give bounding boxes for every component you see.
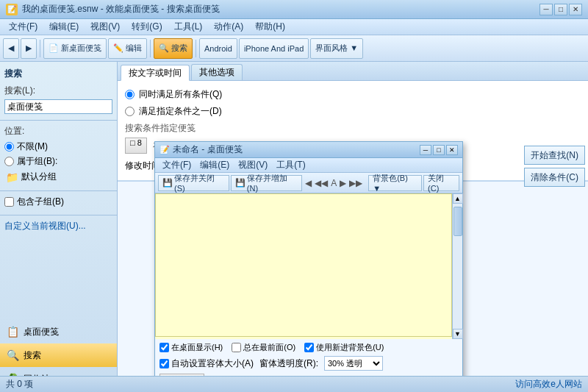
radio-any-condition: 满足指定条件之一(D) xyxy=(125,105,581,118)
toolbar-search[interactable]: 🔍 搜索 xyxy=(154,38,193,59)
menu-action[interactable]: 动作(A) xyxy=(208,19,249,35)
toolbar-back[interactable]: ◀ xyxy=(3,38,19,59)
search-section: 搜索 搜索(L): xyxy=(0,62,117,121)
note-scrollbar: ▲ ▼ xyxy=(452,193,462,339)
criteria-title: 搜索条件指定便笺 xyxy=(125,122,581,135)
toolbar-iphone-ipad[interactable]: iPhone And iPad xyxy=(239,38,309,59)
toolbar-sep-1 xyxy=(40,40,40,57)
nav-notes[interactable]: 📋 桌面便笺 xyxy=(0,320,117,343)
check-auto-size: 自动设置容体大小(A) xyxy=(159,357,254,370)
menu-view[interactable]: 视图(V) xyxy=(85,19,126,35)
opacity-label: 窗体透明度(R): xyxy=(259,357,318,370)
toolbar-android[interactable]: Android xyxy=(199,38,237,59)
modal-nav-next[interactable]: ▶ xyxy=(340,178,346,188)
radio-no-limit: 不限(M) xyxy=(4,140,112,153)
include-children-checkbox[interactable] xyxy=(4,197,14,207)
toolbar-forward[interactable]: ▶ xyxy=(21,38,37,59)
modal-controls: ─ □ ✕ xyxy=(420,145,458,155)
search-icon: 🔍 xyxy=(159,43,169,53)
start-search-button[interactable]: 开始查找(N) xyxy=(524,146,585,165)
status-bar: 共 0 项 访问高效e人网站 xyxy=(0,376,588,392)
modal-maximize-button[interactable]: □ xyxy=(433,145,445,155)
modal-minimize-button[interactable]: ─ xyxy=(420,145,431,155)
status-count: 共 0 项 xyxy=(6,378,33,391)
menu-edit[interactable]: 编辑(E) xyxy=(43,19,85,35)
save-add-icon: 💾 xyxy=(235,178,245,188)
modal-menu-file[interactable]: 文件(F) xyxy=(158,157,196,173)
status-link[interactable]: 访问高效e人网站 xyxy=(515,378,582,391)
modal-toolbar: 💾 保存并关闭(S) 💾 保存并增加(N) ◀ ◀◀ A ▶ ▶▶ xyxy=(155,173,462,193)
tab-other-options[interactable]: 其他选项 xyxy=(191,64,243,80)
maximize-button[interactable]: □ xyxy=(554,4,567,15)
window-title: 我的桌面便笺.esnw - 效能桌面便笺 - 搜索桌面便笺 xyxy=(22,3,539,15)
toolbar-edit[interactable]: ✏️ 编辑 xyxy=(108,38,147,59)
radio-group-input[interactable] xyxy=(4,157,14,166)
check-always-top: 总在最前面(O) xyxy=(232,342,295,353)
modal-checkrow-1: 在桌面显示(H) 总在最前面(O) 使用新进背景色(U) xyxy=(159,342,458,353)
menu-tools[interactable]: 工具(L) xyxy=(168,19,209,35)
modal-menu-tools[interactable]: 工具(T) xyxy=(272,157,309,173)
new-note-icon: 📄 xyxy=(49,43,59,53)
nav-section: 📋 桌面便笺 🔍 搜索 ♻️ 回收站 ▼ xyxy=(0,237,117,391)
toolbar-new-note[interactable]: 📄 新桌面便笺 xyxy=(43,38,107,59)
folder-icon: 📁 xyxy=(6,171,18,183)
menu-file[interactable]: 文件(F) xyxy=(3,19,43,35)
tab-bar: 按文字或时间 其他选项 xyxy=(118,62,588,81)
modal-menu-edit[interactable]: 编辑(E) xyxy=(196,157,234,173)
modal-note-area[interactable] xyxy=(155,193,452,339)
toolbar: ◀ ▶ 📄 新桌面便笺 ✏️ 编辑 🔍 搜索 Android iPhone An… xyxy=(0,35,588,62)
scroll-down-arrow[interactable]: ▼ xyxy=(453,329,463,339)
radio-all-input[interactable] xyxy=(125,90,135,99)
radio-no-limit-input[interactable] xyxy=(4,142,14,152)
radio-any-label: 满足指定条件之一(D) xyxy=(139,105,222,118)
menu-goto[interactable]: 转到(G) xyxy=(126,19,168,35)
tab-by-text-time[interactable]: 按文字或时间 xyxy=(121,65,190,81)
window-controls: ─ □ ✕ xyxy=(539,4,582,15)
custom-view-link[interactable]: 自定义当前视图(U)... xyxy=(0,215,117,237)
search-note-btn[interactable]: □ 8 xyxy=(125,138,147,154)
radio-all-conditions: 同时满足所有条件(Q) xyxy=(125,88,581,101)
close-button[interactable]: ✕ xyxy=(569,4,582,15)
always-top-checkbox[interactable] xyxy=(232,343,241,352)
search-input-wrap xyxy=(4,99,112,114)
modal-save-add-btn[interactable]: 💾 保存并增加(N) xyxy=(231,175,302,191)
radio-any-input[interactable] xyxy=(125,107,135,116)
save-close-icon: 💾 xyxy=(162,178,173,188)
note-textarea[interactable] xyxy=(155,193,452,337)
modal-nav-prev[interactable]: ◀ xyxy=(305,178,312,188)
menu-help[interactable]: 帮助(H) xyxy=(249,19,291,35)
modal-bg-btn[interactable]: 背景色(B) ▼ xyxy=(368,175,422,191)
folder-item: 📁 默认分组 xyxy=(4,170,112,184)
modal-dialog: 📝 未命名 - 桌面便笺 ─ □ ✕ 文件(F) 编辑(E) 视图(V) 工具(… xyxy=(154,141,463,392)
modal-nav-last[interactable]: ▶▶ xyxy=(349,178,362,188)
include-children-label: 包含子组(B) xyxy=(17,196,64,208)
folder-name: 默认分组 xyxy=(21,171,57,183)
include-children-check: 包含子组(B) xyxy=(4,196,112,208)
auto-size-label: 自动设置容体大小(A) xyxy=(171,357,254,370)
nav-search[interactable]: 🔍 搜索 xyxy=(0,343,117,367)
radio-group-label: 属于组(B): xyxy=(17,155,57,168)
location-title: 位置: xyxy=(4,125,112,138)
modal-close-button[interactable]: ✕ xyxy=(446,145,458,155)
radio-all-label: 同时满足所有条件(Q) xyxy=(139,88,222,101)
modal-nav-first[interactable]: ◀◀ xyxy=(315,178,328,188)
modal-menu-bar: 文件(F) 编辑(E) 视图(V) 工具(T) xyxy=(155,158,462,173)
auto-size-checkbox[interactable] xyxy=(159,359,169,368)
radio-belongs-to-group: 属于组(B): xyxy=(4,155,112,168)
search-input[interactable] xyxy=(4,99,112,114)
modal-title-text: 未命名 - 桌面便笺 xyxy=(173,143,420,156)
new-bg-checkbox[interactable] xyxy=(304,343,314,352)
modal-close-note-btn[interactable]: 关闭(C) xyxy=(423,175,459,191)
toolbar-sep-2 xyxy=(150,40,151,57)
title-bar: 📝 我的桌面便笺.esnw - 效能桌面便笺 - 搜索桌面便笺 ─ □ ✕ xyxy=(0,0,588,19)
modal-menu-view[interactable]: 视图(V) xyxy=(234,157,272,173)
clear-criteria-button[interactable]: 清除条件(C) xyxy=(524,168,585,187)
show-desktop-checkbox[interactable] xyxy=(159,343,169,352)
always-top-label: 总在最前面(O) xyxy=(243,342,295,353)
scroll-up-arrow[interactable]: ▲ xyxy=(453,193,463,204)
scroll-thumb[interactable] xyxy=(453,207,462,236)
opacity-select[interactable]: 30% 透明 不透明 10% 透明 20% 透明 50% 透明 xyxy=(324,356,383,371)
minimize-button[interactable]: ─ xyxy=(539,4,553,15)
modal-save-close-btn[interactable]: 💾 保存并关闭(S) xyxy=(158,175,229,191)
toolbar-theme[interactable]: 界面风格 ▼ xyxy=(310,38,363,59)
